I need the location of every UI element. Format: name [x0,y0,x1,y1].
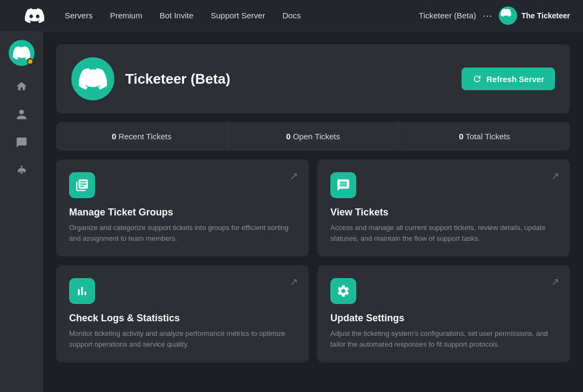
main-content: Ticketeer (Beta) Refresh Server 0 Recent… [43,31,583,392]
top-navigation: Servers Premium Bot Invite Support Serve… [0,0,583,31]
notification-dot [27,58,33,65]
current-server-name: Ticketeer (Beta) [419,11,476,20]
update-settings-icon [330,278,356,304]
nav-docs[interactable]: Docs [282,11,301,20]
nav-links: Servers Premium Bot Invite Support Serve… [65,11,419,20]
view-tickets-title: View Tickets [330,207,557,218]
stat-label-1: Open Tickets [293,132,340,141]
stat-recent-tickets: 0 Recent Tickets [56,122,228,151]
stat-label-2: Total Tickets [466,132,511,141]
sidebar-bot-icon[interactable] [10,159,33,183]
view-tickets-icon [330,172,356,198]
server-avatar [71,57,114,100]
username-label: The Ticketeer [521,11,570,20]
view-tickets-arrow: ↗ [551,170,559,182]
sidebar-chat-icon[interactable] [10,131,33,154]
server-options-button[interactable]: ⋯ [483,10,492,22]
check-logs-arrow: ↗ [290,276,298,288]
manage-ticket-groups-arrow: ↗ [290,170,298,182]
stat-count-1: 0 [286,132,290,141]
body-wrapper: Ticketeer (Beta) Refresh Server 0 Recent… [0,31,583,392]
manage-ticket-groups-desc: Organize and categorize support tickets … [69,222,296,244]
stat-count-0: 0 [112,132,116,141]
nav-premium[interactable]: Premium [110,11,143,20]
user-avatar [499,6,517,25]
update-settings-card[interactable]: ↗ Update Settings Adjust the ticketing s… [317,265,570,362]
check-logs-title: Check Logs & Statistics [69,313,296,324]
nav-bot-invite[interactable]: Bot Invite [160,11,194,20]
feature-grid: ↗ Manage Ticket Groups Organize and cate… [56,159,570,362]
sidebar [0,31,43,392]
nav-servers[interactable]: Servers [65,11,93,20]
stat-label-0: Recent Tickets [118,132,171,141]
stat-open-tickets: 0 Open Tickets [228,122,399,151]
app-logo[interactable] [13,6,56,25]
refresh-icon [472,74,482,84]
manage-ticket-groups-title: Manage Ticket Groups [69,207,296,218]
check-logs-card[interactable]: ↗ Check Logs & Statistics Monitor ticket… [56,265,309,362]
check-logs-icon [69,278,95,304]
nav-support-server[interactable]: Support Server [211,11,265,20]
manage-ticket-groups-icon [69,172,95,198]
stat-count-2: 0 [459,132,463,141]
stat-total-tickets: 0 Total Tickets [399,122,570,151]
update-settings-arrow: ↗ [551,276,559,288]
update-settings-desc: Adjust the ticketing system's configurat… [330,328,557,349]
sidebar-logo[interactable] [9,40,35,66]
stats-bar: 0 Recent Tickets 0 Open Tickets 0 Total … [56,122,570,151]
user-menu[interactable]: The Ticketeer [499,6,570,25]
server-header-card: Ticketeer (Beta) Refresh Server [56,44,570,113]
sidebar-user-icon[interactable] [10,103,33,126]
nav-right: Ticketeer (Beta) ⋯ The Ticketeer [419,6,570,25]
refresh-label: Refresh Server [486,75,544,84]
view-tickets-card[interactable]: ↗ View Tickets Access and manage all cur… [317,159,570,256]
manage-ticket-groups-card[interactable]: ↗ Manage Ticket Groups Organize and cate… [56,159,309,256]
check-logs-desc: Monitor ticketing activity and analyze p… [69,328,296,349]
view-tickets-desc: Access and manage all current support ti… [330,222,557,244]
server-info: Ticketeer (Beta) [71,57,231,100]
sidebar-home-icon[interactable] [10,75,33,98]
refresh-server-button[interactable]: Refresh Server [462,67,555,90]
server-title: Ticketeer (Beta) [125,71,231,87]
update-settings-title: Update Settings [330,313,557,324]
